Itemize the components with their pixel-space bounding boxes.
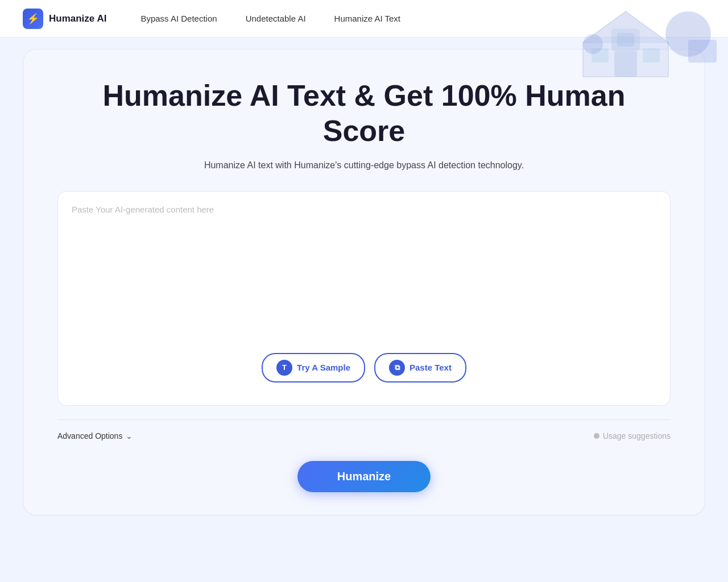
humanize-button-wrapper: Humanize: [57, 461, 671, 492]
usage-dot-icon: [594, 433, 599, 439]
usage-suggestions-link[interactable]: Usage suggestions: [594, 431, 671, 440]
paste-text-label: Paste Text: [410, 363, 452, 372]
section-divider: [57, 419, 671, 420]
logo-text: Humanize AI: [49, 13, 106, 24]
paste-icon: ⧉: [389, 360, 405, 376]
nav-undetectable-ai[interactable]: Undetectable AI: [246, 14, 306, 23]
try-sample-button[interactable]: T Try A Sample: [262, 353, 365, 383]
action-buttons-group: T Try A Sample ⧉ Paste Text: [72, 353, 656, 383]
ai-text-input[interactable]: [72, 203, 656, 351]
usage-suggestions-label: Usage suggestions: [603, 431, 671, 440]
paste-text-button[interactable]: ⧉ Paste Text: [374, 353, 466, 383]
try-sample-label: Try A Sample: [297, 363, 350, 372]
svg-rect-6: [617, 33, 634, 47]
main-nav: Bypass AI Detection Undetectable AI Huma…: [140, 14, 400, 23]
svg-rect-5: [611, 28, 640, 51]
sample-icon: T: [276, 360, 292, 376]
chevron-down-icon: ⌄: [126, 431, 133, 440]
page-subtitle: Humanize AI text with Humanize's cutting…: [57, 160, 671, 171]
advanced-options-toggle[interactable]: Advanced Options ⌄: [57, 431, 133, 440]
main-card: Humanize AI Text & Get 100% Human Score …: [23, 49, 705, 516]
nav-humanize-ai-text[interactable]: Humanize AI Text: [334, 14, 400, 23]
bottom-bar: Advanced Options ⌄ Usage suggestions: [57, 429, 671, 447]
advanced-options-label: Advanced Options: [57, 431, 122, 440]
svg-marker-1: [583, 11, 668, 43]
nav-bypass-ai-detection[interactable]: Bypass AI Detection: [140, 14, 217, 23]
header: ⚡ Humanize AI Bypass AI Detection Undete…: [0, 0, 728, 38]
logo-area: ⚡ Humanize AI: [23, 9, 106, 29]
logo-icon: ⚡: [23, 9, 43, 29]
page-title: Humanize AI Text & Get 100% Human Score: [57, 78, 671, 149]
humanize-button[interactable]: Humanize: [297, 461, 431, 492]
text-input-container: T Try A Sample ⧉ Paste Text: [57, 191, 671, 406]
